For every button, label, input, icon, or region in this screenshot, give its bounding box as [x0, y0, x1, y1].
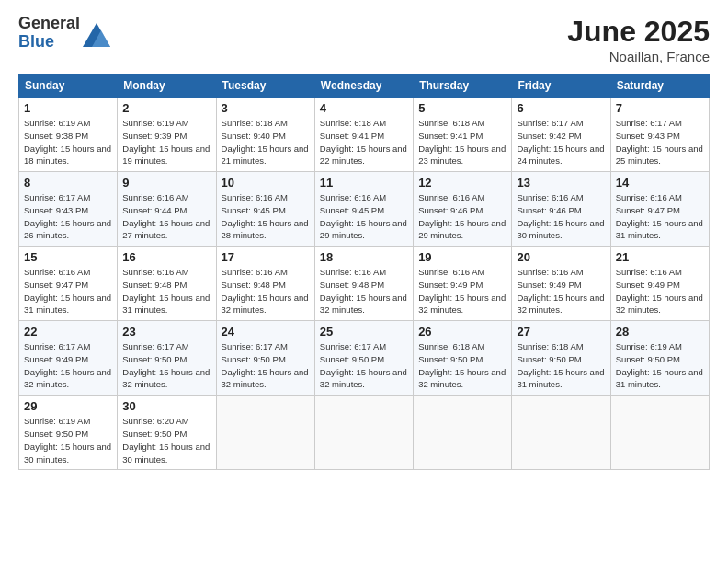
day-number: 15	[24, 250, 112, 264]
week-row-3: 15Sunrise: 6:16 AMSunset: 9:47 PMDayligh…	[19, 247, 710, 321]
header-cell-friday: Friday	[512, 75, 610, 98]
day-number: 6	[517, 101, 605, 115]
day-number: 13	[517, 176, 605, 190]
day-cell-11: 11Sunrise: 6:16 AMSunset: 9:45 PMDayligh…	[314, 172, 413, 247]
day-number: 29	[24, 399, 112, 413]
day-cell-13: 13Sunrise: 6:16 AMSunset: 9:46 PMDayligh…	[512, 172, 610, 247]
day-info: Sunrise: 6:16 AMSunset: 9:49 PMDaylight:…	[616, 266, 704, 316]
empty-cell	[610, 396, 709, 470]
day-cell-27: 27Sunrise: 6:18 AMSunset: 9:50 PMDayligh…	[512, 321, 610, 396]
day-cell-29: 29Sunrise: 6:19 AMSunset: 9:50 PMDayligh…	[19, 396, 118, 470]
day-cell-15: 15Sunrise: 6:16 AMSunset: 9:47 PMDayligh…	[19, 247, 118, 321]
day-info: Sunrise: 6:17 AMSunset: 9:50 PMDaylight:…	[320, 340, 408, 391]
day-number: 7	[616, 101, 704, 115]
day-cell-26: 26Sunrise: 6:18 AMSunset: 9:50 PMDayligh…	[414, 321, 512, 396]
day-cell-23: 23Sunrise: 6:17 AMSunset: 9:50 PMDayligh…	[118, 321, 216, 396]
day-info: Sunrise: 6:18 AMSunset: 9:41 PMDaylight:…	[418, 117, 506, 167]
day-number: 25	[320, 325, 408, 339]
day-cell-22: 22Sunrise: 6:17 AMSunset: 9:49 PMDayligh…	[19, 321, 118, 396]
day-info: Sunrise: 6:19 AMSunset: 9:38 PMDaylight:…	[24, 117, 112, 167]
header-cell-saturday: Saturday	[610, 75, 709, 98]
day-number: 16	[122, 250, 210, 264]
day-info: Sunrise: 6:18 AMSunset: 9:41 PMDaylight:…	[320, 117, 408, 167]
day-info: Sunrise: 6:19 AMSunset: 9:50 PMDaylight:…	[616, 340, 704, 391]
logo-icon	[83, 21, 110, 49]
day-info: Sunrise: 6:19 AMSunset: 9:50 PMDaylight:…	[24, 415, 112, 465]
day-info: Sunrise: 6:16 AMSunset: 9:44 PMDaylight:…	[122, 191, 210, 242]
day-cell-25: 25Sunrise: 6:17 AMSunset: 9:50 PMDayligh…	[314, 321, 413, 396]
empty-cell	[512, 396, 610, 470]
day-cell-21: 21Sunrise: 6:16 AMSunset: 9:49 PMDayligh…	[610, 247, 709, 321]
day-number: 30	[122, 399, 210, 413]
header: General Blue June 2025 Noaillan, France	[18, 15, 710, 64]
day-number: 28	[616, 325, 704, 339]
day-info: Sunrise: 6:18 AMSunset: 9:50 PMDaylight:…	[418, 340, 506, 391]
day-number: 17	[222, 250, 310, 264]
day-cell-16: 16Sunrise: 6:16 AMSunset: 9:48 PMDayligh…	[118, 247, 216, 321]
day-cell-3: 3Sunrise: 6:18 AMSunset: 9:40 PMDaylight…	[216, 98, 314, 172]
day-number: 12	[418, 176, 506, 190]
day-cell-2: 2Sunrise: 6:19 AMSunset: 9:39 PMDaylight…	[118, 98, 216, 172]
day-number: 4	[320, 101, 408, 115]
week-row-5: 29Sunrise: 6:19 AMSunset: 9:50 PMDayligh…	[19, 396, 710, 470]
day-cell-30: 30Sunrise: 6:20 AMSunset: 9:50 PMDayligh…	[118, 396, 216, 470]
day-info: Sunrise: 6:17 AMSunset: 9:43 PMDaylight:…	[616, 117, 704, 167]
day-cell-24: 24Sunrise: 6:17 AMSunset: 9:50 PMDayligh…	[216, 321, 314, 396]
day-cell-28: 28Sunrise: 6:19 AMSunset: 9:50 PMDayligh…	[610, 321, 709, 396]
day-number: 21	[616, 250, 704, 264]
day-number: 5	[418, 101, 506, 115]
day-info: Sunrise: 6:17 AMSunset: 9:50 PMDaylight:…	[222, 340, 310, 391]
logo-text: General Blue	[18, 15, 80, 52]
day-info: Sunrise: 6:20 AMSunset: 9:50 PMDaylight:…	[122, 415, 210, 465]
day-number: 8	[24, 176, 112, 190]
day-info: Sunrise: 6:16 AMSunset: 9:45 PMDaylight:…	[320, 191, 408, 242]
week-row-1: 1Sunrise: 6:19 AMSunset: 9:38 PMDaylight…	[19, 98, 710, 172]
day-info: Sunrise: 6:16 AMSunset: 9:49 PMDaylight:…	[517, 266, 605, 316]
day-info: Sunrise: 6:16 AMSunset: 9:47 PMDaylight:…	[24, 266, 112, 316]
day-number: 14	[616, 176, 704, 190]
day-number: 2	[122, 101, 210, 115]
day-cell-7: 7Sunrise: 6:17 AMSunset: 9:43 PMDaylight…	[610, 98, 709, 172]
day-number: 10	[222, 176, 310, 190]
day-cell-20: 20Sunrise: 6:16 AMSunset: 9:49 PMDayligh…	[512, 247, 610, 321]
day-cell-18: 18Sunrise: 6:16 AMSunset: 9:48 PMDayligh…	[314, 247, 413, 321]
week-row-2: 8Sunrise: 6:17 AMSunset: 9:43 PMDaylight…	[19, 172, 710, 247]
day-number: 9	[122, 176, 210, 190]
title-location: Noaillan, France	[567, 49, 710, 64]
day-cell-9: 9Sunrise: 6:16 AMSunset: 9:44 PMDaylight…	[118, 172, 216, 247]
day-info: Sunrise: 6:17 AMSunset: 9:42 PMDaylight:…	[517, 117, 605, 167]
day-info: Sunrise: 6:17 AMSunset: 9:43 PMDaylight:…	[24, 191, 112, 242]
day-number: 27	[517, 325, 605, 339]
day-number: 24	[222, 325, 310, 339]
day-number: 11	[320, 176, 408, 190]
day-info: Sunrise: 6:16 AMSunset: 9:48 PMDaylight:…	[222, 266, 310, 316]
day-cell-17: 17Sunrise: 6:16 AMSunset: 9:48 PMDayligh…	[216, 247, 314, 321]
day-cell-14: 14Sunrise: 6:16 AMSunset: 9:47 PMDayligh…	[610, 172, 709, 247]
header-cell-wednesday: Wednesday	[314, 75, 413, 98]
day-info: Sunrise: 6:16 AMSunset: 9:45 PMDaylight:…	[222, 191, 310, 242]
calendar-table: SundayMondayTuesdayWednesdayThursdayFrid…	[18, 74, 710, 470]
day-number: 3	[222, 101, 310, 115]
day-cell-5: 5Sunrise: 6:18 AMSunset: 9:41 PMDaylight…	[414, 98, 512, 172]
day-info: Sunrise: 6:18 AMSunset: 9:40 PMDaylight:…	[222, 117, 310, 167]
title-block: June 2025 Noaillan, France	[567, 15, 710, 64]
day-info: Sunrise: 6:16 AMSunset: 9:48 PMDaylight:…	[320, 266, 408, 316]
day-info: Sunrise: 6:16 AMSunset: 9:47 PMDaylight:…	[616, 191, 704, 242]
day-cell-8: 8Sunrise: 6:17 AMSunset: 9:43 PMDaylight…	[19, 172, 118, 247]
page: General Blue June 2025 Noaillan, France …	[0, 0, 728, 563]
day-number: 20	[517, 250, 605, 264]
day-cell-19: 19Sunrise: 6:16 AMSunset: 9:49 PMDayligh…	[414, 247, 512, 321]
day-number: 23	[122, 325, 210, 339]
day-number: 1	[24, 101, 112, 115]
day-info: Sunrise: 6:17 AMSunset: 9:50 PMDaylight:…	[122, 340, 210, 391]
week-row-4: 22Sunrise: 6:17 AMSunset: 9:49 PMDayligh…	[19, 321, 710, 396]
header-cell-monday: Monday	[118, 75, 216, 98]
day-number: 26	[418, 325, 506, 339]
logo: General Blue	[18, 15, 110, 52]
day-number: 18	[320, 250, 408, 264]
day-info: Sunrise: 6:19 AMSunset: 9:39 PMDaylight:…	[122, 117, 210, 167]
day-info: Sunrise: 6:18 AMSunset: 9:50 PMDaylight:…	[517, 340, 605, 391]
title-month: June 2025	[567, 15, 710, 49]
empty-cell	[314, 396, 413, 470]
day-cell-6: 6Sunrise: 6:17 AMSunset: 9:42 PMDaylight…	[512, 98, 610, 172]
